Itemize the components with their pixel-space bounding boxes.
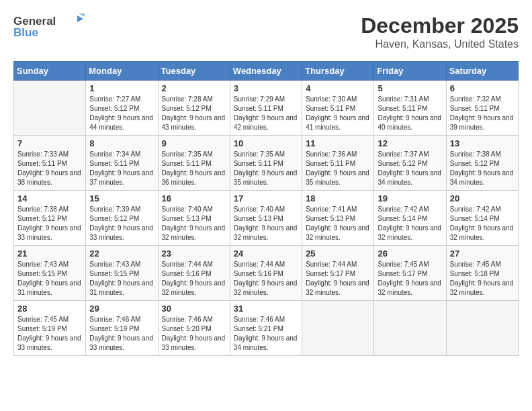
daylight-text: Daylight: 9 hours and 39 minutes. — [450, 113, 515, 132]
daylight-text: Daylight: 9 hours and 32 minutes. — [234, 224, 298, 242]
sunset-text: Sunset: 5:11 PM — [89, 159, 154, 169]
daylight-text: Daylight: 9 hours and 32 minutes. — [450, 279, 515, 298]
sunset-text: Sunset: 5:12 PM — [378, 159, 442, 169]
sunrise-text: Sunrise: 7:40 AM — [162, 205, 226, 214]
daylight-text: Daylight: 9 hours and 32 minutes. — [450, 224, 515, 242]
sunset-text: Sunset: 5:15 PM — [17, 269, 82, 279]
day-number: 1 — [89, 83, 154, 93]
daylight-text: Daylight: 9 hours and 41 minutes. — [306, 113, 370, 132]
calendar-cell: 6Sunrise: 7:32 AMSunset: 5:11 PMDaylight… — [446, 81, 518, 136]
day-number: 8 — [89, 138, 154, 148]
daylight-text: Daylight: 9 hours and 32 minutes. — [306, 224, 370, 242]
day-number: 2 — [162, 83, 226, 93]
sunset-text: Sunset: 5:12 PM — [162, 104, 226, 113]
sunset-text: Sunset: 5:11 PM — [234, 159, 298, 169]
sunrise-text: Sunrise: 7:38 AM — [17, 205, 82, 214]
daylight-text: Daylight: 9 hours and 37 minutes. — [89, 169, 154, 187]
daylight-text: Daylight: 9 hours and 38 minutes. — [17, 169, 82, 187]
calendar-cell: 20Sunrise: 7:42 AMSunset: 5:14 PMDayligh… — [446, 191, 518, 246]
calendar-cell — [14, 81, 86, 136]
sunset-text: Sunset: 5:17 PM — [378, 269, 442, 279]
sunset-text: Sunset: 5:12 PM — [89, 214, 154, 224]
sunset-text: Sunset: 5:11 PM — [306, 159, 370, 169]
calendar-cell: 30Sunrise: 7:46 AMSunset: 5:20 PMDayligh… — [158, 301, 230, 356]
day-info: Sunrise: 7:40 AMSunset: 5:13 PMDaylight:… — [234, 205, 298, 242]
calendar-cell: 12Sunrise: 7:37 AMSunset: 5:12 PMDayligh… — [374, 136, 446, 191]
day-info: Sunrise: 7:36 AMSunset: 5:11 PMDaylight:… — [306, 150, 370, 187]
calendar-table: SundayMondayTuesdayWednesdayThursdayFrid… — [13, 61, 519, 356]
logo-svg: General Blue — [13, 13, 87, 39]
sunrise-text: Sunrise: 7:35 AM — [234, 150, 298, 159]
day-number: 15 — [89, 193, 154, 203]
sunrise-text: Sunrise: 7:44 AM — [162, 260, 226, 269]
daylight-text: Daylight: 9 hours and 35 minutes. — [234, 169, 298, 187]
sunrise-text: Sunrise: 7:42 AM — [378, 205, 442, 214]
sunrise-text: Sunrise: 7:36 AM — [306, 150, 370, 159]
sunset-text: Sunset: 5:11 PM — [378, 104, 442, 113]
sunrise-text: Sunrise: 7:37 AM — [378, 150, 442, 159]
day-number: 5 — [378, 83, 442, 93]
day-info: Sunrise: 7:42 AMSunset: 5:14 PMDaylight:… — [378, 205, 442, 242]
header-sunday: Sunday — [14, 62, 86, 81]
day-number: 21 — [17, 248, 82, 259]
day-number: 12 — [378, 138, 442, 148]
day-number: 11 — [306, 138, 370, 148]
day-number: 18 — [306, 193, 370, 203]
sunset-text: Sunset: 5:19 PM — [17, 324, 82, 334]
day-number: 13 — [450, 138, 515, 148]
day-info: Sunrise: 7:44 AMSunset: 5:16 PMDaylight:… — [162, 260, 226, 298]
daylight-text: Daylight: 9 hours and 42 minutes. — [234, 113, 298, 132]
daylight-text: Daylight: 9 hours and 32 minutes. — [162, 224, 226, 242]
sunrise-text: Sunrise: 7:40 AM — [234, 205, 298, 214]
day-number: 4 — [306, 83, 370, 93]
calendar-cell: 27Sunrise: 7:45 AMSunset: 5:18 PMDayligh… — [446, 246, 518, 301]
sunset-text: Sunset: 5:14 PM — [450, 214, 515, 224]
day-info: Sunrise: 7:35 AMSunset: 5:11 PMDaylight:… — [162, 150, 226, 187]
day-number: 9 — [162, 138, 226, 148]
calendar-header-row: SundayMondayTuesdayWednesdayThursdayFrid… — [14, 62, 519, 81]
daylight-text: Daylight: 9 hours and 32 minutes. — [378, 224, 442, 242]
sunrise-text: Sunrise: 7:41 AM — [306, 205, 370, 214]
day-number: 29 — [89, 304, 154, 314]
day-info: Sunrise: 7:33 AMSunset: 5:11 PMDaylight:… — [17, 150, 82, 187]
header-saturday: Saturday — [446, 62, 518, 81]
calendar-cell: 18Sunrise: 7:41 AMSunset: 5:13 PMDayligh… — [302, 191, 374, 246]
daylight-text: Daylight: 9 hours and 32 minutes. — [306, 279, 370, 298]
header-monday: Monday — [86, 62, 158, 81]
calendar-cell: 15Sunrise: 7:39 AMSunset: 5:12 PMDayligh… — [86, 191, 158, 246]
calendar-cell: 11Sunrise: 7:36 AMSunset: 5:11 PMDayligh… — [302, 136, 374, 191]
calendar-cell: 9Sunrise: 7:35 AMSunset: 5:11 PMDaylight… — [158, 136, 230, 191]
sunset-text: Sunset: 5:12 PM — [89, 104, 154, 113]
day-info: Sunrise: 7:34 AMSunset: 5:11 PMDaylight:… — [89, 150, 154, 187]
sunset-text: Sunset: 5:11 PM — [234, 104, 298, 113]
day-info: Sunrise: 7:29 AMSunset: 5:11 PMDaylight:… — [234, 95, 298, 132]
day-info: Sunrise: 7:45 AMSunset: 5:17 PMDaylight:… — [378, 260, 442, 298]
day-info: Sunrise: 7:31 AMSunset: 5:11 PMDaylight:… — [378, 95, 442, 132]
sunset-text: Sunset: 5:11 PM — [450, 104, 515, 113]
week-row-5: 28Sunrise: 7:45 AMSunset: 5:19 PMDayligh… — [14, 301, 519, 356]
sunset-text: Sunset: 5:14 PM — [378, 214, 442, 224]
day-number: 27 — [450, 248, 515, 259]
day-info: Sunrise: 7:38 AMSunset: 5:12 PMDaylight:… — [450, 150, 515, 187]
day-number: 24 — [234, 248, 298, 259]
calendar-cell: 22Sunrise: 7:43 AMSunset: 5:15 PMDayligh… — [86, 246, 158, 301]
day-info: Sunrise: 7:41 AMSunset: 5:13 PMDaylight:… — [306, 205, 370, 242]
daylight-text: Daylight: 9 hours and 40 minutes. — [378, 113, 442, 132]
calendar-cell: 19Sunrise: 7:42 AMSunset: 5:14 PMDayligh… — [374, 191, 446, 246]
calendar-cell — [446, 301, 518, 356]
calendar-cell — [374, 301, 446, 356]
calendar-cell: 28Sunrise: 7:45 AMSunset: 5:19 PMDayligh… — [14, 301, 86, 356]
sunrise-text: Sunrise: 7:44 AM — [234, 260, 298, 269]
calendar-cell: 24Sunrise: 7:44 AMSunset: 5:16 PMDayligh… — [230, 246, 302, 301]
day-info: Sunrise: 7:28 AMSunset: 5:12 PMDaylight:… — [162, 95, 226, 132]
sunrise-text: Sunrise: 7:43 AM — [17, 260, 82, 269]
day-info: Sunrise: 7:44 AMSunset: 5:17 PMDaylight:… — [306, 260, 370, 298]
daylight-text: Daylight: 9 hours and 32 minutes. — [162, 279, 226, 298]
week-row-2: 7Sunrise: 7:33 AMSunset: 5:11 PMDaylight… — [14, 136, 519, 191]
sunset-text: Sunset: 5:11 PM — [306, 104, 370, 113]
week-row-4: 21Sunrise: 7:43 AMSunset: 5:15 PMDayligh… — [14, 246, 519, 301]
day-info: Sunrise: 7:27 AMSunset: 5:12 PMDaylight:… — [89, 95, 154, 132]
sunset-text: Sunset: 5:16 PM — [234, 269, 298, 279]
day-info: Sunrise: 7:44 AMSunset: 5:16 PMDaylight:… — [234, 260, 298, 298]
logo: General Blue — [13, 13, 87, 39]
